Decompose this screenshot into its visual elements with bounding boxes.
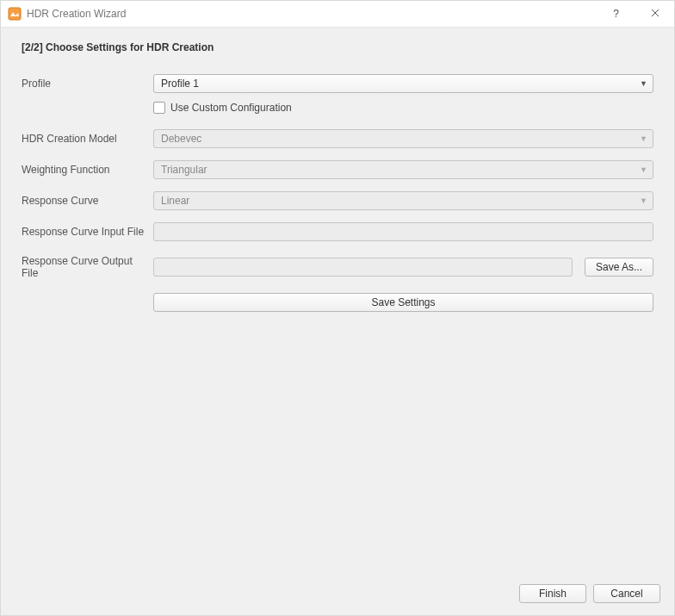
footer: Finish Cancel — [1, 572, 674, 615]
weighting-label: Weighting Function — [22, 159, 146, 181]
model-value: Debevec — [161, 133, 201, 145]
weighting-combo[interactable]: Triangular ▼ — [153, 160, 653, 179]
window-title: HDR Creation Wizard — [27, 8, 126, 20]
step-title: [2/2] Choose Settings for HDR Creation — [22, 41, 653, 53]
help-button[interactable]: ? — [597, 1, 635, 27]
profile-label: Profile — [22, 72, 146, 95]
save-settings-label: Save Settings — [371, 296, 435, 308]
finish-label: Finish — [539, 588, 567, 600]
help-icon: ? — [613, 8, 619, 20]
cancel-label: Cancel — [610, 588, 642, 600]
custom-config-checkbox[interactable] — [153, 102, 165, 114]
response-curve-combo[interactable]: Linear ▼ — [153, 191, 653, 210]
close-icon — [651, 8, 660, 20]
cancel-button[interactable]: Cancel — [593, 584, 660, 603]
save-as-label: Save As... — [596, 261, 642, 273]
save-settings-button[interactable]: Save Settings — [153, 293, 653, 312]
profile-combo[interactable]: Profile 1 ▼ — [153, 74, 653, 93]
custom-config-label: Use Custom Configuration — [170, 102, 292, 114]
finish-button[interactable]: Finish — [519, 584, 586, 603]
profile-value: Profile 1 — [161, 78, 199, 90]
content: [2/2] Choose Settings for HDR Creation P… — [1, 28, 674, 572]
curve-output-field[interactable] — [153, 258, 573, 277]
window: HDR Creation Wizard ? [2/2] Choose Setti… — [0, 0, 675, 616]
curve-output-label: Response Curve Output File — [22, 250, 146, 284]
response-curve-value: Linear — [161, 195, 189, 207]
chevron-down-icon: ▼ — [640, 80, 647, 88]
form: Profile Profile 1 ▼ Use Custom Configura… — [22, 71, 653, 315]
app-icon — [8, 7, 22, 21]
close-button[interactable] — [635, 1, 674, 27]
weighting-value: Triangular — [161, 164, 207, 176]
model-combo[interactable]: Debevec ▼ — [153, 129, 653, 148]
model-label: HDR Creation Model — [22, 128, 146, 150]
svg-rect-0 — [9, 8, 21, 20]
titlebar: HDR Creation Wizard ? — [1, 1, 674, 28]
response-curve-label: Response Curve — [22, 190, 146, 212]
chevron-down-icon: ▼ — [640, 197, 647, 205]
curve-input-field[interactable] — [153, 222, 653, 241]
save-as-button[interactable]: Save As... — [585, 258, 653, 277]
curve-input-label: Response Curve Input File — [22, 221, 146, 243]
chevron-down-icon: ▼ — [640, 135, 647, 143]
chevron-down-icon: ▼ — [640, 166, 647, 174]
